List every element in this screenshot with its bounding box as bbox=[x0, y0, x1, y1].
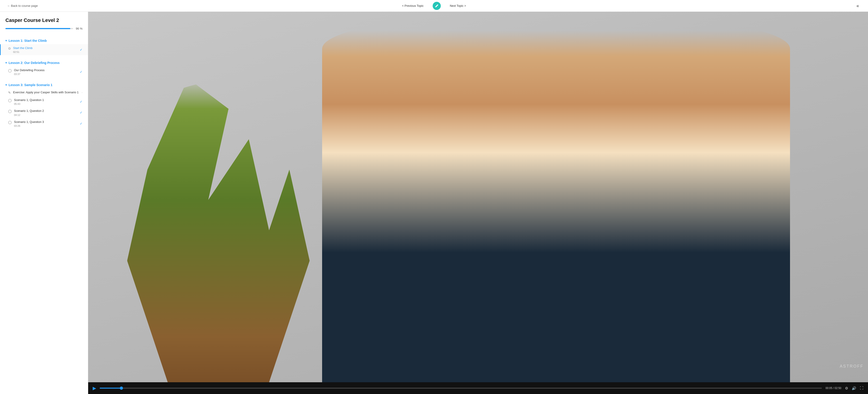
exercise-icon: ✎ bbox=[8, 91, 11, 94]
video-progress-fill bbox=[100, 388, 121, 389]
lesson-item-start-the-climb[interactable]: ⊙ Start the Climb 02:51 ✓ bbox=[0, 44, 88, 55]
lesson-1-items: ⊙ Start the Climb 02:51 ✓ bbox=[0, 44, 88, 57]
lesson-item-q3[interactable]: ◯ Scenario 1, Question 3 03:26 ✓ bbox=[0, 118, 88, 129]
lesson-item-q3-check: ✓ bbox=[80, 122, 83, 125]
lesson-item-2-info: Our Debriefing Process 03:37 bbox=[14, 68, 78, 75]
play-circle-icon-2: ◯ bbox=[8, 69, 12, 72]
play-circle-icon-1: ⊙ bbox=[8, 46, 11, 50]
video-time-display: 00:05 / 02:50 bbox=[826, 387, 841, 390]
lesson-2-title: Lesson 2: Our Debriefing Process bbox=[8, 61, 60, 65]
lesson-item-q2-info: Scenario 1, Question 2 04:12 bbox=[14, 109, 78, 116]
lesson-2-chevron: ▾ bbox=[5, 61, 7, 64]
lesson-1-heading[interactable]: ▾ Lesson 1: Start the Climb bbox=[0, 35, 88, 44]
progress-bar-background bbox=[5, 28, 73, 29]
lesson-item-q2-title: Scenario 1, Question 2 bbox=[14, 109, 78, 113]
lesson-item-3a-title: Exercise: Apply your Casper Skills with … bbox=[13, 90, 79, 94]
lesson-item-2-check: ✓ bbox=[80, 70, 83, 74]
settings-button[interactable]: ⚙ bbox=[845, 386, 848, 390]
lesson-item-1-info: Start the Climb 02:51 bbox=[13, 46, 78, 53]
top-navigation: ← Back to course page < Previous Topic N… bbox=[0, 0, 868, 12]
nav-left: ← Back to course page bbox=[7, 4, 402, 7]
next-topic-button[interactable]: Next Topic > bbox=[450, 4, 466, 7]
course-title: Casper Course Level 2 bbox=[5, 17, 83, 24]
progress-bar-fill bbox=[5, 28, 70, 29]
lesson-1-title: Lesson 1: Start the Climb bbox=[8, 39, 47, 42]
play-icon-q3: ◯ bbox=[8, 121, 12, 124]
lesson-item-2-title: Our Debriefing Process bbox=[14, 68, 78, 72]
play-icon-q2: ◯ bbox=[8, 109, 12, 113]
lesson-item-q3-title: Scenario 1, Question 3 bbox=[14, 120, 78, 124]
person-silhouette bbox=[322, 12, 790, 382]
lesson-item-debriefing[interactable]: ◯ Our Debriefing Process 03:37 ✓ bbox=[0, 66, 88, 77]
lesson-item-q3-duration: 03:26 bbox=[14, 125, 78, 127]
play-icon-q1: ◯ bbox=[8, 98, 12, 102]
lesson-section-3: ▾ Lesson 3: Sample Scenario 1 ✎ Exercise… bbox=[0, 79, 88, 131]
video-progress-track[interactable] bbox=[100, 388, 822, 389]
lesson-2-heading[interactable]: ▾ Lesson 2: Our Debriefing Process bbox=[0, 57, 88, 66]
lesson-section-1: ▾ Lesson 1: Start the Climb ⊙ Start the … bbox=[0, 35, 88, 57]
lesson-2-items: ◯ Our Debriefing Process 03:37 ✓ bbox=[0, 66, 88, 79]
video-area: ASTROFF ▶ 00:05 / 02:50 ⚙ 🔊 ⛶ bbox=[88, 12, 868, 394]
main-layout: Casper Course Level 2 96 % ▾ Lesson 1: S… bbox=[0, 12, 868, 394]
volume-button[interactable]: 🔊 bbox=[852, 386, 856, 390]
lesson-item-q2-duration: 04:12 bbox=[14, 113, 78, 116]
lesson-item-3a-dot: · bbox=[82, 91, 83, 94]
lesson-item-q2-check: ✓ bbox=[80, 111, 83, 114]
fullscreen-button[interactable]: ⛶ bbox=[860, 386, 864, 390]
lesson-item-q1[interactable]: ◯ Scenario 1, Question 1 05:43 ✓ bbox=[0, 96, 88, 107]
lesson-item-q1-duration: 05:43 bbox=[14, 103, 78, 105]
play-pause-button[interactable]: ▶ bbox=[93, 386, 96, 391]
lesson-item-exercise[interactable]: ✎ Exercise: Apply your Casper Skills wit… bbox=[0, 89, 88, 96]
nav-right: « bbox=[466, 2, 861, 9]
lesson-section-2: ▾ Lesson 2: Our Debriefing Process ◯ Our… bbox=[0, 57, 88, 79]
previous-topic-button[interactable]: < Previous Topic bbox=[402, 4, 424, 7]
video-controls-bar: ▶ 00:05 / 02:50 ⚙ 🔊 ⛶ bbox=[88, 382, 868, 394]
pencil-icon bbox=[435, 4, 438, 8]
lesson-item-q1-check: ✓ bbox=[80, 100, 83, 103]
lesson-3-chevron: ▾ bbox=[5, 84, 7, 87]
lesson-item-q3-info: Scenario 1, Question 3 03:26 bbox=[14, 120, 78, 127]
lesson-item-q1-info: Scenario 1, Question 1 05:43 bbox=[14, 98, 78, 105]
lesson-item-1-duration: 02:51 bbox=[13, 51, 78, 53]
collapse-sidebar-button[interactable]: « bbox=[855, 2, 861, 9]
lesson-1-chevron: ▾ bbox=[5, 39, 7, 42]
sidebar-header: Casper Course Level 2 96 % bbox=[0, 17, 88, 35]
lesson-item-q1-title: Scenario 1, Question 1 bbox=[14, 98, 78, 102]
edit-button[interactable] bbox=[433, 2, 441, 10]
sidebar: Casper Course Level 2 96 % ▾ Lesson 1: S… bbox=[0, 12, 88, 394]
video-progress-thumb[interactable] bbox=[120, 387, 123, 390]
video-watermark: ASTROFF bbox=[840, 364, 864, 369]
lesson-3-heading[interactable]: ▾ Lesson 3: Sample Scenario 1 bbox=[0, 79, 88, 89]
lesson-item-2-duration: 03:37 bbox=[14, 73, 78, 75]
nav-center: < Previous Topic Next Topic > bbox=[402, 2, 466, 10]
video-frame[interactable]: ASTROFF bbox=[88, 12, 868, 382]
lesson-3-title: Lesson 3: Sample Scenario 1 bbox=[8, 83, 53, 87]
lesson-item-3a-info: Exercise: Apply your Casper Skills with … bbox=[13, 90, 79, 94]
progress-wrap: 96 % bbox=[5, 27, 83, 30]
lesson-3-items: ✎ Exercise: Apply your Casper Skills wit… bbox=[0, 89, 88, 131]
lesson-item-1-check: ✓ bbox=[80, 48, 83, 52]
lesson-item-q2[interactable]: ◯ Scenario 1, Question 2 04:12 ✓ bbox=[0, 107, 88, 118]
back-to-course-link[interactable]: ← Back to course page bbox=[7, 4, 38, 7]
lesson-item-1-title: Start the Climb bbox=[13, 46, 78, 50]
progress-label: 96 % bbox=[76, 27, 83, 30]
